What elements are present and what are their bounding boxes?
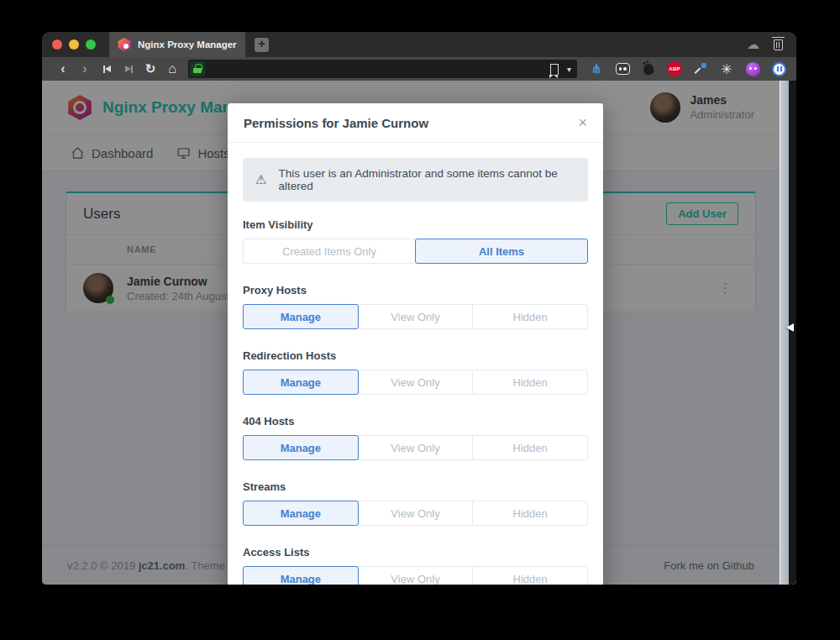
access-lists-group: Manage View Only Hidden [243, 566, 588, 585]
new-tab-button[interactable]: + [255, 38, 269, 52]
option-view-only[interactable]: View Only [358, 435, 474, 460]
label-proxy-hosts: Proxy Hosts [243, 284, 588, 296]
history-forward-icon[interactable] [118, 66, 139, 73]
permissions-modal: Permissions for Jamie Curnow × ⚠ This us… [228, 103, 603, 585]
option-view-only[interactable]: View Only [358, 370, 474, 395]
zoom-window-button[interactable] [86, 39, 96, 50]
extension-icons: ⋔ ABP ✳ [585, 61, 786, 76]
redirection-hosts-group: Manage View Only Hidden [243, 370, 588, 395]
option-created-items-only[interactable]: Created Items Only [243, 239, 416, 264]
browser-titlebar: Nginx Proxy Manager + ☁ [42, 32, 796, 57]
chevron-down-icon[interactable]: ▾ [567, 65, 571, 74]
close-icon[interactable]: × [578, 115, 587, 130]
favicon-npm-logo [118, 38, 131, 51]
option-manage[interactable]: Manage [243, 370, 359, 395]
admin-alert: ⚠ This user is an Administrator and some… [243, 158, 588, 202]
mouse-cursor [786, 323, 794, 332]
url-bar[interactable]: ▾ [188, 60, 577, 78]
container-extension-icon[interactable] [615, 61, 630, 76]
ssl-lock-icon[interactable] [190, 61, 205, 76]
page-viewport: Nginx Proxy Manager James Administrator … [42, 81, 796, 585]
trash-icon[interactable] [774, 39, 783, 50]
option-view-only[interactable]: View Only [358, 501, 474, 526]
purple-extension-icon[interactable] [745, 61, 760, 76]
alert-text: This user is an Administrator and some i… [278, 167, 575, 192]
option-view-only[interactable]: View Only [358, 566, 474, 585]
option-hidden[interactable]: Hidden [472, 370, 588, 395]
bookmark-icon[interactable] [550, 64, 559, 75]
label-404-hosts: 404 Hosts [243, 415, 588, 428]
gnome-foot-extension-icon[interactable] [641, 61, 656, 76]
label-streams: Streams [243, 480, 588, 493]
adblock-plus-icon[interactable]: ABP [667, 61, 682, 76]
minimize-window-button[interactable] [69, 39, 79, 50]
browser-window: Nginx Proxy Manager + ☁ ‹ › ↻ ⌂ ▾ ⋔ ABP [42, 32, 796, 585]
warning-icon: ⚠ [255, 172, 266, 187]
close-window-button[interactable] [52, 39, 62, 50]
option-hidden[interactable]: Hidden [472, 566, 588, 585]
reload-button[interactable]: ↻ [139, 61, 161, 76]
page-scrollbar[interactable] [780, 81, 789, 585]
gear-extension-icon[interactable]: ✳ [719, 61, 734, 76]
option-hidden[interactable]: Hidden [472, 435, 588, 460]
timer-extension-icon[interactable] [771, 61, 786, 76]
label-access-lists: Access Lists [243, 546, 588, 559]
option-manage[interactable]: Manage [243, 501, 359, 526]
history-back-icon[interactable] [96, 66, 118, 73]
forward-button[interactable]: › [74, 62, 96, 76]
claw-extension-icon[interactable]: ⋔ [589, 61, 604, 76]
home-button[interactable]: ⌂ [161, 61, 183, 76]
browser-toolbar: ‹ › ↻ ⌂ ▾ ⋔ ABP ✳ [42, 57, 796, 81]
browser-tab[interactable]: Nginx Proxy Manager [109, 32, 245, 57]
modal-title: Permissions for Jamie Curnow [244, 116, 428, 130]
label-redirection-hosts: Redirection Hosts [243, 349, 588, 362]
option-hidden[interactable]: Hidden [472, 304, 588, 329]
label-item-visibility: Item Visibility [243, 218, 588, 231]
window-right-edge [789, 81, 796, 585]
option-manage[interactable]: Manage [243, 566, 359, 585]
tab-title: Nginx Proxy Manager [138, 39, 237, 50]
proxy-hosts-group: Manage View Only Hidden [243, 304, 588, 329]
option-view-only[interactable]: View Only [358, 304, 474, 329]
cloud-sync-icon[interactable]: ☁ [747, 37, 759, 52]
option-manage[interactable]: Manage [243, 435, 359, 460]
option-all-items[interactable]: All Items [415, 239, 588, 264]
404-hosts-group: Manage View Only Hidden [243, 435, 588, 460]
visibility-group: Created Items Only All Items [243, 239, 588, 264]
option-manage[interactable]: Manage [243, 304, 359, 329]
option-hidden[interactable]: Hidden [472, 501, 588, 526]
traffic-lights [52, 32, 96, 57]
color-picker-extension-icon[interactable] [693, 61, 708, 76]
desktop: { "colors": { "brand_teal": "#2bcbba", "… [0, 0, 840, 640]
back-button[interactable]: ‹ [52, 62, 74, 76]
streams-group: Manage View Only Hidden [243, 501, 588, 526]
